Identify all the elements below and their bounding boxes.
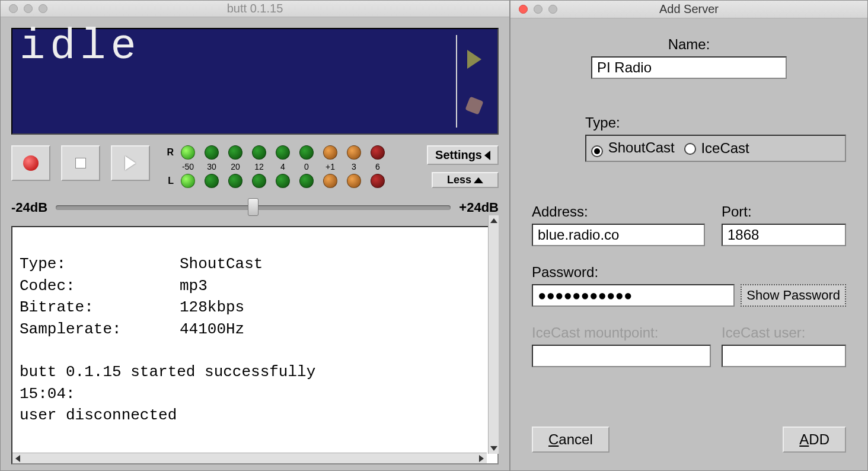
play-button[interactable] [111,145,150,181]
gain-min-label: -24dB [11,200,47,215]
mountpoint-input[interactable] [532,345,711,367]
password-input[interactable] [532,284,735,307]
led-icon [181,174,195,188]
led-icon [252,174,266,188]
led-icon [347,145,361,160]
settings-label: Settings [435,148,482,162]
log-val: mp3 [180,275,480,297]
meter-channel-l: L [161,176,175,186]
close-icon[interactable] [9,4,18,13]
zoom-icon[interactable] [548,5,557,14]
lcd-indicators [456,35,492,128]
led-icon [299,145,314,160]
log-key: Samplerate: [20,319,180,340]
chevron-up-icon [474,177,483,183]
log-val: ShoutCast [180,253,480,275]
meter-tick: 12 [248,162,270,171]
led-icon [205,145,219,160]
record-icon [23,155,39,171]
stop-icon [75,158,86,168]
less-label: Less [447,174,471,186]
cancel-u: C [548,431,559,447]
name-input[interactable] [591,56,787,79]
icecast-radio[interactable]: IceCast [684,140,749,157]
less-button[interactable]: Less [432,172,499,188]
led-icon [205,174,219,188]
meter-tick: +1 [320,162,341,171]
radio-checked-icon [591,145,603,157]
slider-thumb-icon[interactable] [248,198,259,216]
v-scrollbar[interactable] [488,215,499,454]
traffic-lights [519,5,557,14]
status-text: idle [12,26,148,133]
meter-tick: 20 [225,162,246,171]
meter-tick: 3 [343,162,365,171]
stop-button[interactable] [61,145,100,181]
main-window-title: butt 0.1.15 [1,2,509,15]
log-line: user disconnected [20,406,177,424]
main-window: butt 0.1.15 idle R [0,0,510,471]
address-input[interactable] [532,224,705,246]
status-display: idle [11,28,499,135]
type-label: Type: [585,114,846,131]
icecast-user-input[interactable] [722,345,846,367]
play-icon [125,156,136,170]
log-val: 44100Hz [180,319,480,340]
icecast-label: IceCast [701,140,749,156]
meter-tick: 6 [367,162,388,171]
record-indicator-icon [465,96,483,114]
meter-channel-r: R [161,147,175,158]
icecast-user-label: IceCast user: [722,324,846,341]
led-icon [276,174,290,188]
meter-tick: 4 [272,162,293,171]
led-icon [347,174,361,188]
log-key: Type: [20,253,180,275]
gain-slider[interactable] [56,205,451,210]
log-line: butt 0.1.15 started successfully [20,363,315,381]
play-indicator-icon [467,50,481,69]
level-meter: R -50 30 20 12 4 0 +1 3 6 L [161,145,388,188]
scroll-left-icon[interactable] [12,453,23,464]
close-icon[interactable] [519,5,528,14]
shoutcast-radio[interactable]: ShoutCast [591,139,675,157]
led-icon [299,174,314,188]
scroll-right-icon[interactable] [476,453,487,464]
gain-max-label: +24dB [459,200,499,215]
port-input[interactable] [722,224,846,246]
cancel-button[interactable]: Cancel [532,427,609,453]
zoom-icon[interactable] [39,4,47,13]
add-u: A [799,431,809,447]
scroll-up-icon[interactable] [489,215,499,226]
minimize-icon[interactable] [534,5,542,14]
led-icon [371,145,385,160]
name-label: Name: [668,36,710,53]
type-group: ShoutCast IceCast [585,135,846,162]
h-scrollbar[interactable] [12,453,487,463]
led-icon [228,174,242,188]
shoutcast-label: ShoutCast [608,139,675,155]
settings-button[interactable]: Settings [427,145,499,165]
traffic-lights [9,4,47,13]
minimize-icon[interactable] [24,4,33,13]
dialog-title: Add Server [510,2,867,16]
log-line: 15:04: [20,385,75,403]
chevron-left-icon [484,151,490,160]
led-icon [371,174,385,188]
add-server-dialog: Add Server Name: Type: ShoutCast IceCast… [510,0,868,471]
radio-unchecked-icon [684,143,696,155]
add-rest: DD [809,431,829,447]
led-icon [276,145,290,160]
log-val: 128kbps [180,297,480,318]
show-password-button[interactable]: Show Password [741,284,846,307]
dialog-titlebar: Add Server [510,1,867,18]
log-key: Codec: [20,275,180,297]
scroll-down-icon[interactable] [489,443,499,454]
led-icon [252,145,266,160]
meter-tick: -50 [177,162,199,171]
log-output: Type:ShoutCastCodec:mp3Bitrate:128kbpsSa… [12,227,487,453]
main-titlebar: butt 0.1.15 [1,1,509,17]
log-key: Bitrate: [20,297,180,318]
port-label: Port: [722,203,846,220]
record-button[interactable] [11,145,50,181]
add-button[interactable]: ADD [783,427,846,453]
